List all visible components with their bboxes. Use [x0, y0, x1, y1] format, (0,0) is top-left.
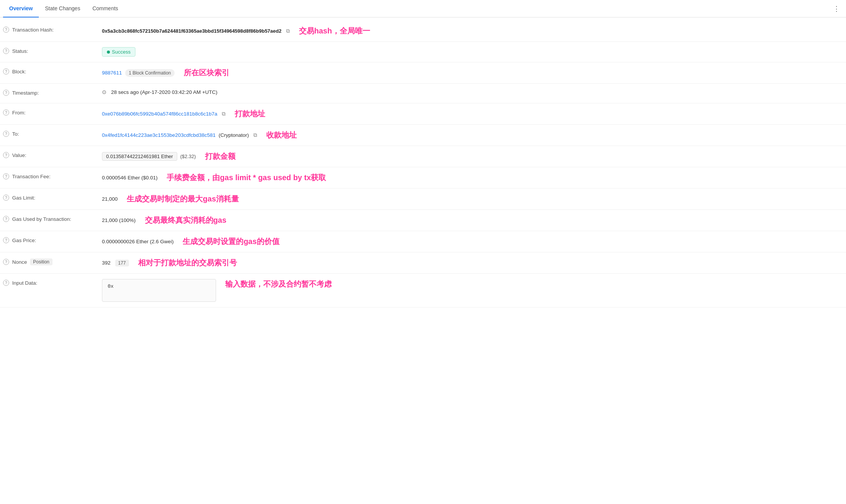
block-confirmation-badge: 1 Block Confirmation — [125, 69, 175, 77]
label-timestamp: ? Timestamp: — [3, 89, 102, 96]
row-gas-used: ? Gas Used by Transaction: 21,000 (100%)… — [0, 210, 846, 231]
help-icon-input-data[interactable]: ? — [3, 280, 9, 286]
label-nonce: ? Nonce Position — [3, 258, 102, 265]
annotation-input-data: 输入数据，不涉及合约暂不考虑 — [225, 279, 332, 289]
help-icon-from[interactable]: ? — [3, 109, 9, 116]
label-from: ? From: — [3, 109, 102, 116]
annotation-nonce: 相对于打款地址的交易索引号 — [138, 258, 237, 268]
gas-price-value: 0.0000000026 Ether (2.6 Gwei) — [102, 239, 173, 244]
gas-used-value: 21,000 (100%) — [102, 217, 136, 223]
value-timestamp: ⊙ 28 secs ago (Apr-17-2020 03:42:20 AM +… — [102, 89, 843, 95]
help-icon-gas-price[interactable]: ? — [3, 237, 9, 243]
value-gas-used: 21,000 (100%) 交易最终真实消耗的gas — [102, 215, 843, 225]
help-icon-status[interactable]: ? — [3, 48, 9, 54]
annotation-block: 所在区块索引 — [184, 68, 229, 78]
help-icon-timestamp[interactable]: ? — [3, 90, 9, 96]
tabs-bar: Overview State Changes Comments ⋮ — [0, 0, 846, 17]
value-input-data: 0x 输入数据，不涉及合约暂不考虑 — [102, 279, 843, 302]
row-nonce: ? Nonce Position 392 177 相对于打款地址的交易索引号 — [0, 252, 846, 274]
annotation-to: 收款地址 — [266, 130, 297, 140]
help-icon-block[interactable]: ? — [3, 68, 9, 74]
row-gas-limit: ? Gas Limit: 21,000 生成交易时制定的最大gas消耗量 — [0, 189, 846, 210]
value-status: Success — [102, 47, 843, 57]
row-gas-price: ? Gas Price: 0.0000000026 Ether (2.6 Gwe… — [0, 231, 846, 252]
tab-overview[interactable]: Overview — [3, 0, 39, 17]
more-options-icon[interactable]: ⋮ — [830, 2, 843, 16]
help-icon-to[interactable]: ? — [3, 131, 9, 137]
annotation-gas-limit: 生成交易时制定的最大gas消耗量 — [127, 194, 239, 204]
label-input-data: ? Input Data: — [3, 279, 102, 286]
status-dot — [107, 51, 110, 54]
value-gas-limit: 21,000 生成交易时制定的最大gas消耗量 — [102, 194, 843, 204]
label-gas-used: ? Gas Used by Transaction: — [3, 215, 102, 222]
row-transaction-fee: ? Transaction Fee: 0.0000546 Ether ($0.0… — [0, 167, 846, 189]
help-icon-value[interactable]: ? — [3, 152, 9, 158]
help-icon-nonce[interactable]: ? — [3, 259, 9, 265]
label-to: ? To: — [3, 130, 102, 137]
eth-amount-badge: 0.013587442212461981 Ether — [102, 152, 177, 161]
annotation-value: 打款金额 — [205, 151, 235, 162]
row-block: ? Block: 9887611 1 Block Confirmation 所在… — [0, 62, 846, 84]
label-status: ? Status: — [3, 47, 102, 54]
label-block: ? Block: — [3, 68, 102, 74]
annotation-gas-used: 交易最终真实消耗的gas — [145, 215, 226, 225]
transaction-info-table: ? Transaction Hash: 0x5a3cb3c868fc572150… — [0, 17, 846, 311]
help-icon-hash[interactable]: ? — [3, 27, 9, 33]
help-icon-fee[interactable]: ? — [3, 173, 9, 179]
usd-amount: ($2.32) — [180, 154, 196, 159]
row-to: ? To: 0x4fed1fc4144c223ae3c1553be203cdfc… — [0, 125, 846, 146]
tab-state-changes[interactable]: State Changes — [39, 0, 86, 17]
value-gas-price: 0.0000000026 Ether (2.6 Gwei) 生成交易时设置的ga… — [102, 236, 843, 247]
row-input-data: ? Input Data: 0x 输入数据，不涉及合约暂不考虑 — [0, 274, 846, 307]
row-timestamp: ? Timestamp: ⊙ 28 secs ago (Apr-17-2020 … — [0, 84, 846, 103]
value-transaction-fee: 0.0000546 Ether ($0.01) 手续费金额，由gas limit… — [102, 173, 843, 183]
tab-comments[interactable]: Comments — [86, 0, 124, 17]
gas-limit-value: 21,000 — [102, 196, 118, 202]
value-from: 0xe076b89b06fc5992b40a574f86cc181b8c6c1b… — [102, 109, 843, 119]
timestamp-value: 28 secs ago (Apr-17-2020 03:42:20 AM +UT… — [111, 89, 218, 95]
copy-from-icon[interactable]: ⧉ — [222, 111, 226, 117]
row-transaction-hash: ? Transaction Hash: 0x5a3cb3c868fc572150… — [0, 21, 846, 42]
input-data-box: 0x — [102, 279, 216, 302]
value-transaction-hash: 0x5a3cb3c868fc572150b7a624481f63365ae3bb… — [102, 26, 843, 36]
status-badge: Success — [102, 47, 135, 57]
row-value: ? Value: 0.013587442212461981 Ether ($2.… — [0, 146, 846, 167]
label-value: ? Value: — [3, 151, 102, 158]
copy-to-icon[interactable]: ⧉ — [253, 132, 257, 138]
copy-hash-icon[interactable]: ⧉ — [286, 28, 290, 34]
nonce-value: 392 — [102, 260, 111, 266]
label-gas-limit: ? Gas Limit: — [3, 194, 102, 201]
hash-value: 0x5a3cb3c868fc572150b7a624481f63365ae3bb… — [102, 28, 281, 34]
to-address-link[interactable]: 0x4fed1fc4144c223ae3c1553be203cdfcbd38c5… — [102, 132, 216, 138]
row-from: ? From: 0xe076b89b06fc5992b40a574f86cc18… — [0, 103, 846, 125]
value-eth: 0.013587442212461981 Ether ($2.32) 打款金额 — [102, 151, 843, 162]
value-nonce: 392 177 相对于打款地址的交易索引号 — [102, 258, 843, 268]
annotation-fee: 手续费金额，由gas limit * gas used by tx获取 — [167, 173, 326, 183]
value-block: 9887611 1 Block Confirmation 所在区块索引 — [102, 68, 843, 78]
clock-icon: ⊙ — [102, 89, 107, 95]
value-to: 0x4fed1fc4144c223ae3c1553be203cdfcbd38c5… — [102, 130, 843, 140]
to-contract-name: (Cryptonator) — [219, 132, 249, 138]
help-icon-gas-used[interactable]: ? — [3, 216, 9, 222]
status-label: Success — [112, 49, 130, 55]
label-gas-price: ? Gas Price: — [3, 236, 102, 243]
from-address-link[interactable]: 0xe076b89b06fc5992b40a574f86cc181b8c6c1b… — [102, 111, 217, 117]
annotation-gas-price: 生成交易时设置的gas的价值 — [183, 236, 279, 247]
label-transaction-fee: ? Transaction Fee: — [3, 173, 102, 179]
label-transaction-hash: ? Transaction Hash: — [3, 26, 102, 33]
fee-value: 0.0000546 Ether ($0.01) — [102, 175, 157, 181]
annotation-hash: 交易hash，全局唯一 — [299, 26, 370, 36]
block-number-link[interactable]: 9887611 — [102, 70, 122, 76]
position-badge: Position — [30, 258, 52, 265]
nonce-position-value: 177 — [115, 260, 129, 266]
row-status: ? Status: Success — [0, 42, 846, 62]
help-icon-gas-limit[interactable]: ? — [3, 195, 9, 201]
annotation-from: 打款地址 — [235, 109, 265, 119]
